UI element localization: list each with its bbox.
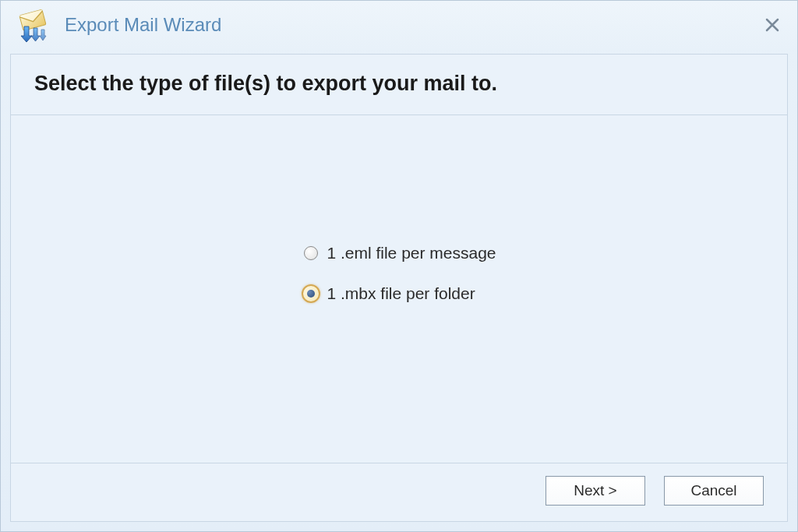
heading-section: Select the type of file(s) to export you… [11, 55, 787, 115]
options-area: 1 .eml file per message 1 .mbx file per … [11, 115, 787, 463]
content-panel: Select the type of file(s) to export you… [10, 54, 788, 522]
next-button[interactable]: Next > [546, 476, 645, 506]
radio-label-eml: 1 .eml file per message [327, 244, 496, 262]
window-title: Export Mail Wizard [65, 14, 760, 36]
mail-export-icon [13, 6, 51, 44]
close-button[interactable] [760, 12, 785, 37]
radio-option-eml[interactable]: 1 .eml file per message [302, 244, 496, 262]
button-bar: Next > Cancel [11, 463, 787, 521]
close-icon [765, 18, 779, 32]
page-heading: Select the type of file(s) to export you… [34, 72, 764, 96]
export-type-radio-group: 1 .eml file per message 1 .mbx file per … [302, 244, 496, 303]
wizard-window: Export Mail Wizard Select the type of fi… [0, 0, 798, 532]
title-bar: Export Mail Wizard [1, 1, 797, 49]
radio-button-mbx [302, 284, 320, 303]
radio-option-mbx[interactable]: 1 .mbx file per folder [302, 284, 496, 303]
cancel-button[interactable]: Cancel [664, 476, 764, 506]
radio-label-mbx: 1 .mbx file per folder [327, 284, 475, 303]
radio-button-eml [302, 244, 320, 262]
